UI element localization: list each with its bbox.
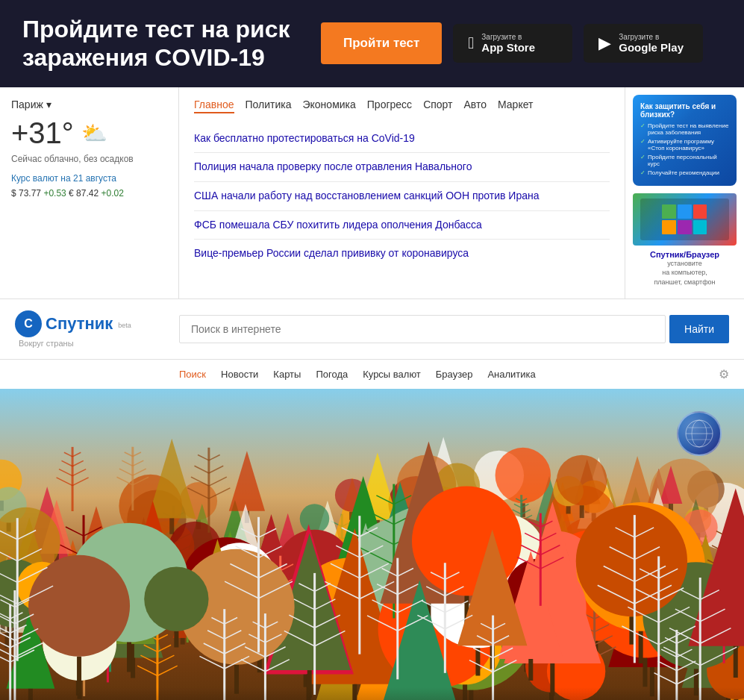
google-play-icon: ▶ [598,34,611,53]
bottom-nav: Поиск Новости Карты Погода Курсы валют Б… [0,359,744,389]
settings-gear-icon[interactable]: ⚙ [719,367,729,381]
hero-canvas [0,389,744,700]
news-link-5[interactable]: Вице-премьер России сделал прививку от к… [194,247,469,259]
news-link-1[interactable]: Как бесплатно протестироваться на CoVid-… [194,132,415,144]
exchange-rates: $ 73.77 +0.53 € 87.42 +0.02 [11,188,167,199]
news-item: США начали работу над восстановлением са… [194,182,610,211]
news-item: Как бесплатно протестироваться на CoVid-… [194,125,610,154]
bottom-nav-exchange[interactable]: Курсы валют [363,369,421,380]
browser-ad-name: Спутник/Браузер [633,250,737,259]
bottom-nav-weather[interactable]: Погода [316,369,348,380]
news-link-2[interactable]: Полиция начала проверку после отравления… [194,160,472,172]
appstore-button[interactable]:  Загрузите в App Store [453,24,572,63]
bottom-nav-news[interactable]: Новости [221,369,258,380]
weather-panel: Париж ▾ +31° ⛅ Сейчас облачно, без осадк… [0,87,179,299]
covid-banner: Пройдите тест на риск заражения COVID-19… [0,0,744,87]
nav-item-politics[interactable]: Политика [246,99,292,113]
banner-buttons: Пройти тест  Загрузите в App Store ▶ За… [321,22,722,64]
right-ad-panel: Как защитить себя и близких? ✓ Пройдите … [625,87,744,299]
ad-item-4: ✓ Получайте рекомендации [640,169,729,176]
city-name: Париж ▾ [11,99,167,110]
news-item: Вице-премьер России сделал прививку от к… [194,240,610,268]
banner-title: Пройдите тест на риск заражения COVID-19 [22,15,306,72]
search-section: С Спутник beta Вокруг страны Найти [0,299,744,359]
news-panel: Главное Политика Экономика Прогресс Спор… [179,87,625,299]
ad-item-1: ✓ Пройдите тест на выявление риска забол… [640,122,729,136]
nav-item-economy[interactable]: Экономика [302,99,355,113]
sputnik-logo-text: Спутник [46,314,113,334]
ad-item-3: ✓ Пройдите персональный курс [640,154,729,167]
test-button[interactable]: Пройти тест [321,22,442,64]
nav-item-market[interactable]: Маркет [498,99,533,113]
news-nav: Главное Политика Экономика Прогресс Спор… [194,99,610,113]
weather-description: Сейчас облачно, без осадков [11,154,167,164]
sputnik-logo: С Спутник beta [15,310,131,337]
search-bar: Найти [179,315,729,343]
ad-item-2: ✓ Активируйте программу «Стоп коронавиру… [640,138,729,151]
browser-ad: Спутник/Браузер установитена компьютер,п… [633,190,737,291]
apple-icon:  [468,34,474,53]
sputnik-beta-label: beta [118,322,131,329]
hero-globe-icon [677,411,722,456]
appstore-name-text: App Store [481,41,535,54]
temperature-value: +31° [11,116,74,150]
search-input[interactable] [179,315,666,343]
appstore-small-text: Загрузите в [481,33,535,41]
nav-item-sport[interactable]: Спорт [423,99,452,113]
main-content: Париж ▾ +31° ⛅ Сейчас облачно, без осадк… [0,87,744,299]
bottom-nav-maps[interactable]: Карты [273,369,301,380]
weather-cloud-icon: ⛅ [81,121,107,146]
nav-item-main[interactable]: Главное [194,99,234,113]
bottom-nav-browser[interactable]: Браузер [436,369,473,380]
sputnik-tagline: Вокруг страны [19,339,74,348]
browser-ad-sub: установитена компьютер,планшет, смартфон [633,259,737,287]
news-item: ФСБ помешала СБУ похитить лидера ополчен… [194,211,610,240]
exchange-link[interactable]: Курс валют на 21 августа [11,173,167,184]
search-button[interactable]: Найти [669,315,729,343]
sputnik-icon: С [15,310,42,337]
googleplay-button[interactable]: ▶ Загрузите в Google Play [584,24,703,63]
hero-section: i Геометрия осени (фото: Толоконников Ко… [0,389,744,700]
covid-ad-banner: Как защитить себя и близких? ✓ Пройдите … [633,95,737,186]
news-list: Как бесплатно протестироваться на CoVid-… [194,125,610,268]
googleplay-name-text: Google Play [619,41,684,54]
city-link[interactable]: Париж [11,99,43,110]
covid-ad-title: Как защитить себя и близких? [640,102,729,119]
bottom-nav-analytics[interactable]: Аналитика [487,369,535,380]
nav-item-auto[interactable]: Авто [464,99,487,113]
googleplay-small-text: Загрузите в [619,33,684,41]
news-link-3[interactable]: США начали работу над восстановлением са… [194,190,540,201]
news-link-4[interactable]: ФСБ помешала СБУ похитить лидера ополчен… [194,219,482,231]
temperature-row: +31° ⛅ [11,116,167,150]
bottom-nav-search[interactable]: Поиск [179,369,206,380]
nav-item-progress[interactable]: Прогресс [367,99,412,113]
sputnik-logo-area: С Спутник beta Вокруг страны [15,310,164,348]
browser-screenshot [633,193,737,246]
news-item: Полиция начала проверку после отравления… [194,153,610,182]
